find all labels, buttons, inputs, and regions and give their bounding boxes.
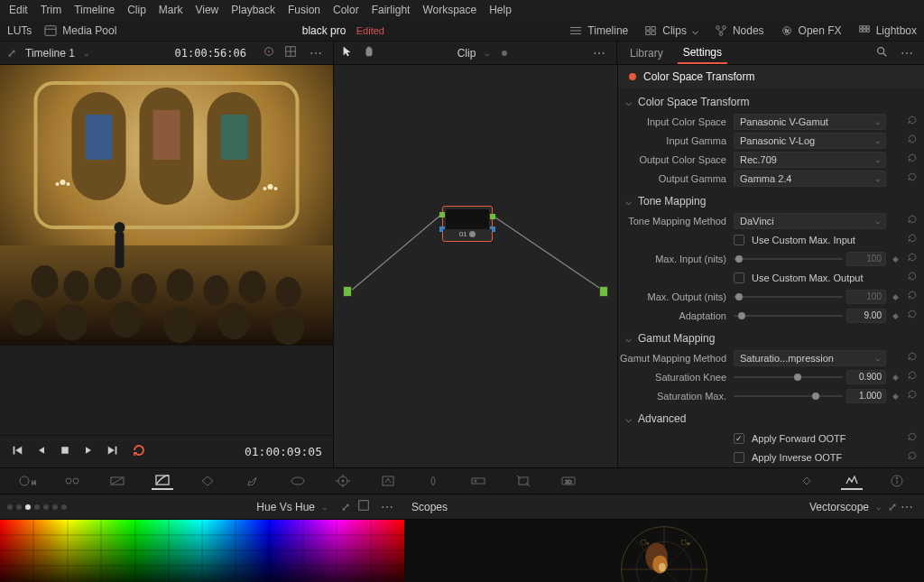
node-graph[interactable]: 01: [334, 65, 617, 467]
menu-workspace[interactable]: Workspace: [422, 4, 476, 16]
menu-playback[interactable]: Playback: [231, 4, 275, 16]
chevron-down-icon[interactable]: ⌵: [322, 503, 327, 512]
nodes-panel-toggle[interactable]: Nodes: [715, 24, 764, 37]
node-rgb-in[interactable]: [439, 212, 445, 217]
max-output-value[interactable]: 100: [846, 290, 886, 304]
output-cs-dropdown[interactable]: Rec.709⌵: [734, 152, 886, 168]
gm-method-dropdown[interactable]: Saturatio...mpression⌵: [734, 350, 886, 366]
max-input-slider[interactable]: [734, 251, 843, 267]
max-input-keyframe[interactable]: ◆: [890, 254, 901, 263]
scopes-options-menu[interactable]: ⋯: [897, 500, 917, 514]
use-max-input-reset[interactable]: [904, 233, 920, 246]
pan-tool[interactable]: [363, 45, 375, 60]
inv-ootf-checkbox[interactable]: [734, 452, 744, 463]
menu-fairlight[interactable]: Fairlight: [372, 4, 411, 16]
viewer-expand-icon[interactable]: ⤢: [7, 47, 16, 60]
lightbox-panel-toggle[interactable]: Lightbox: [858, 24, 917, 37]
vectorscope[interactable]: R M: [404, 520, 924, 582]
tab-library[interactable]: Library: [624, 42, 669, 64]
sat-max-keyframe[interactable]: ◆: [890, 392, 901, 401]
timeline-panel-toggle[interactable]: Timeline: [569, 24, 628, 37]
fwd-ootf-checkbox[interactable]: [734, 433, 744, 444]
curves-grid-icon[interactable]: [357, 499, 370, 514]
goto-end-button[interactable]: [106, 444, 119, 459]
tab-settings[interactable]: Settings: [678, 42, 727, 64]
adaptation-value[interactable]: 9.00: [846, 309, 886, 323]
input-cs-dropdown[interactable]: Panasonic V-Gamut⌵: [734, 114, 886, 130]
use-max-output-checkbox[interactable]: [734, 273, 744, 283]
clips-panel-toggle[interactable]: Clips ⌵: [644, 24, 698, 37]
menu-color[interactable]: Color: [333, 4, 359, 16]
sat-max-slider[interactable]: [734, 388, 843, 404]
use-max-input-checkbox[interactable]: [734, 235, 744, 245]
node-01[interactable]: 01: [442, 206, 493, 242]
node-rgb-out[interactable]: [490, 214, 495, 219]
curves-expand-icon[interactable]: ⤢: [341, 501, 350, 513]
keyframe-editor-toggle[interactable]: [796, 472, 818, 490]
section-cst[interactable]: ⌵Color Space Transform: [618, 92, 924, 112]
hue-curve-editor[interactable]: [0, 520, 404, 582]
sat-knee-slider[interactable]: [734, 369, 843, 385]
curves-mode-label[interactable]: Hue Vs Hue: [256, 501, 315, 513]
viewer-grid-icon[interactable]: [284, 45, 297, 60]
menu-mark[interactable]: Mark: [159, 4, 183, 16]
scopes-toggle[interactable]: [841, 472, 863, 490]
openfx-panel-toggle[interactable]: fx Open FX: [781, 24, 842, 37]
menu-trim[interactable]: Trim: [41, 4, 62, 16]
max-output-reset[interactable]: [904, 290, 920, 303]
inv-ootf-reset[interactable]: [904, 450, 920, 464]
viewer-timeline-name[interactable]: Timeline 1: [25, 47, 75, 60]
sat-knee-reset[interactable]: [904, 370, 920, 383]
graph-input-connector[interactable]: [343, 286, 352, 297]
graph-output-connector[interactable]: [599, 286, 608, 297]
output-gamma-reset[interactable]: [904, 171, 920, 185]
max-output-slider[interactable]: [734, 289, 843, 305]
input-gamma-reset[interactable]: [904, 134, 920, 147]
output-cs-reset[interactable]: [904, 152, 920, 166]
palette-hdr[interactable]: HDR: [16, 472, 38, 490]
chevron-down-icon[interactable]: ⌵: [485, 49, 489, 58]
max-input-value[interactable]: 100: [846, 252, 886, 266]
goto-start-button[interactable]: [11, 444, 23, 459]
sat-knee-value[interactable]: 0.900: [846, 370, 886, 384]
sat-knee-keyframe[interactable]: ◆: [890, 373, 901, 382]
max-input-reset[interactable]: [904, 252, 920, 265]
max-output-keyframe[interactable]: ◆: [890, 292, 901, 301]
input-gamma-dropdown[interactable]: Panasonic V-Log⌵: [734, 133, 886, 149]
menu-timeline[interactable]: Timeline: [74, 4, 115, 16]
node-scope-label[interactable]: Clip: [457, 47, 476, 60]
palette-key[interactable]: [467, 472, 489, 490]
node-options-menu[interactable]: ⋯: [589, 46, 609, 60]
palette-primaries[interactable]: [61, 472, 83, 490]
curve-mode-dots[interactable]: [7, 504, 67, 510]
sat-max-value[interactable]: 1.000: [846, 389, 886, 403]
viewer-picker-icon[interactable]: [263, 45, 275, 60]
menu-edit[interactable]: Edit: [9, 4, 28, 16]
menu-view[interactable]: View: [195, 4, 218, 16]
tm-method-dropdown[interactable]: DaVinci⌵: [734, 213, 886, 229]
scopes-expand-icon[interactable]: ⤢: [888, 501, 897, 513]
pointer-tool[interactable]: [341, 45, 354, 60]
effect-enabled-dot[interactable]: [629, 73, 636, 80]
palette-blur[interactable]: [422, 472, 444, 490]
section-tone[interactable]: ⌵Tone Mapping: [618, 191, 924, 211]
input-cs-reset[interactable]: [904, 115, 920, 128]
stop-button[interactable]: [60, 445, 70, 458]
step-back-button[interactable]: [36, 445, 47, 458]
play-button[interactable]: [83, 445, 94, 458]
palette-tracker[interactable]: [332, 472, 354, 490]
palette-curves[interactable]: [152, 472, 173, 490]
adaptation-slider[interactable]: [734, 308, 843, 324]
curves-options-menu[interactable]: ⋯: [377, 500, 397, 514]
palette-window[interactable]: [287, 472, 309, 490]
adaptation-keyframe[interactable]: ◆: [890, 311, 901, 320]
chevron-down-icon[interactable]: ⌵: [84, 49, 88, 58]
tm-method-reset[interactable]: [904, 214, 920, 227]
chevron-down-icon[interactable]: ⌵: [876, 503, 881, 512]
info-toggle[interactable]: [886, 472, 908, 490]
viewer-timecode[interactable]: 01:00:56:06: [175, 47, 246, 60]
luts-panel-toggle[interactable]: LUTs: [7, 24, 32, 37]
viewer-options-menu[interactable]: ⋯: [306, 46, 326, 60]
sat-max-reset[interactable]: [904, 389, 920, 402]
palette-magic[interactable]: [377, 472, 399, 490]
